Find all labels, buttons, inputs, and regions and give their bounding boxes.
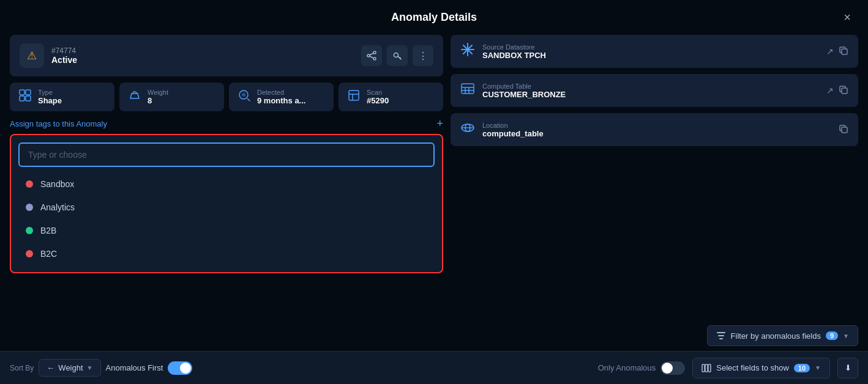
- modal-overlay: Anomaly Details × ⚠ #74774 Active: [0, 0, 868, 384]
- select-fields-chevron-icon: ▼: [815, 364, 821, 371]
- source-label: Source Datastore: [482, 43, 546, 51]
- b2b-dot: [26, 227, 33, 234]
- source-actions: ↗: [826, 46, 848, 57]
- sort-chevron-icon: ▼: [87, 364, 93, 371]
- svg-rect-32: [718, 335, 724, 336]
- svg-point-11: [242, 93, 245, 97]
- select-fields-button[interactable]: Select fields to show 10 ▼: [692, 358, 830, 378]
- tags-section: Assign tags to this Anomaly + Sandbox An…: [10, 117, 443, 273]
- table-icon: [460, 81, 475, 100]
- sandbox-label: Sandbox: [40, 179, 74, 189]
- metric-label-weight: Weight: [148, 89, 168, 96]
- metric-label-detected: Detected: [257, 89, 305, 96]
- tags-header: Assign tags to this Anomaly +: [10, 117, 443, 130]
- only-anomalous-knob: [662, 363, 673, 374]
- filter-icon: [716, 331, 726, 341]
- detected-icon: [238, 89, 251, 105]
- svg-rect-20: [842, 49, 847, 54]
- computed-text: Computed Table CUSTOMER_BRONZE: [482, 83, 566, 99]
- computed-label: Computed Table: [482, 83, 566, 90]
- only-anomalous-label: Only Anomalous: [598, 363, 656, 372]
- tags-add-button[interactable]: +: [436, 117, 443, 130]
- svg-rect-33: [719, 338, 723, 339]
- share-icon: [367, 51, 376, 61]
- svg-rect-26: [842, 88, 847, 94]
- key-button[interactable]: [387, 45, 408, 66]
- computed-open-button[interactable]: ↗: [826, 86, 834, 95]
- computed-table-card: Computed Table CUSTOMER_BRONZE ↗: [451, 74, 858, 107]
- toggle-knob: [180, 363, 191, 374]
- location-value: computed_table: [482, 129, 544, 138]
- metrics-row: Type Shape Weight 8: [10, 83, 443, 111]
- tags-header-label: Assign tags to this Anomaly: [10, 119, 107, 128]
- warning-icon: ⚠: [27, 49, 37, 62]
- svg-line-3: [370, 53, 373, 55]
- svg-rect-9: [26, 96, 31, 101]
- sort-label: Sort By: [10, 364, 34, 372]
- metric-label-scan: Scan: [367, 89, 389, 96]
- metric-card-type: Type Shape: [10, 83, 114, 111]
- svg-rect-6: [20, 90, 24, 95]
- location-copy-button[interactable]: [839, 124, 848, 136]
- sort-direction-button[interactable]: ← Weight ▼: [39, 359, 100, 377]
- anomalous-first-section: Anomalous First: [106, 361, 193, 375]
- tag-option-b2b[interactable]: B2B: [18, 220, 435, 242]
- tag-option-b2c[interactable]: B2C: [18, 243, 435, 265]
- tag-search-input[interactable]: [18, 142, 435, 167]
- tag-option-sandbox[interactable]: Sandbox: [18, 173, 435, 195]
- svg-point-2: [367, 54, 370, 57]
- only-anomalous-section: Only Anomalous: [598, 361, 686, 375]
- metric-value-scan: #5290: [367, 96, 389, 105]
- b2b-label: B2B: [40, 226, 56, 235]
- b2c-dot: [26, 250, 33, 257]
- metric-content-detected: Detected 9 months a...: [257, 89, 305, 105]
- filter-button[interactable]: Filter by anomalous fields 9 ▼: [707, 325, 858, 346]
- location-label: Location: [482, 122, 544, 129]
- computed-left: Computed Table CUSTOMER_BRONZE: [460, 81, 566, 100]
- tag-option-analytics[interactable]: Analytics: [18, 196, 435, 218]
- source-value: SANDBOX TPCH: [482, 51, 546, 60]
- b2c-label: B2C: [40, 249, 57, 259]
- modal-header: Anomaly Details ×: [0, 0, 868, 35]
- metric-content-type: Type Shape: [38, 89, 62, 105]
- download-button[interactable]: ⬇: [837, 358, 858, 378]
- select-fields-badge: 10: [794, 364, 810, 372]
- metric-content-scan: Scan #5290: [367, 89, 389, 105]
- weight-icon: [128, 89, 141, 105]
- computed-copy-button[interactable]: [839, 85, 848, 97]
- metric-value-detected: 9 months a...: [257, 96, 305, 105]
- location-left: Location computed_table: [460, 120, 544, 139]
- location-icon: [460, 120, 475, 139]
- svg-rect-8: [20, 96, 24, 101]
- anomaly-id-text: #74774 Active: [51, 46, 77, 65]
- metric-card-weight: Weight 8: [119, 83, 224, 111]
- location-card: Location computed_table: [451, 113, 858, 146]
- source-copy-button[interactable]: [839, 46, 848, 57]
- svg-point-0: [373, 51, 376, 54]
- anomaly-id: #74774: [51, 46, 77, 55]
- filter-label: Filter by anomalous fields: [731, 331, 821, 341]
- source-open-button[interactable]: ↗: [826, 46, 834, 56]
- more-options-button[interactable]: ⋮: [413, 45, 433, 66]
- share-button[interactable]: [361, 45, 382, 66]
- left-panel: ⚠ #74774 Active: [10, 35, 451, 384]
- download-icon: ⬇: [845, 363, 851, 372]
- anomaly-actions: ⋮: [361, 45, 433, 66]
- source-left: Source Datastore SANDBOX TPCH: [460, 42, 546, 61]
- bottom-bar: Sort By ← Weight ▼ Anomalous First Only …: [0, 351, 868, 384]
- location-actions: [839, 124, 848, 136]
- svg-rect-21: [462, 84, 474, 94]
- anomaly-status: Active: [51, 55, 77, 65]
- analytics-dot: [26, 204, 33, 211]
- snowflake-icon: [460, 42, 475, 61]
- anomalous-first-toggle[interactable]: [168, 361, 192, 375]
- svg-rect-40: [708, 364, 711, 372]
- sandbox-dot: [26, 180, 33, 188]
- modal-body: ⚠ #74774 Active: [0, 35, 868, 384]
- svg-rect-12: [349, 90, 359, 100]
- svg-line-4: [370, 56, 373, 58]
- more-icon: ⋮: [418, 50, 428, 62]
- close-button[interactable]: ×: [839, 9, 856, 26]
- svg-rect-31: [717, 332, 725, 333]
- only-anomalous-toggle[interactable]: [660, 361, 685, 375]
